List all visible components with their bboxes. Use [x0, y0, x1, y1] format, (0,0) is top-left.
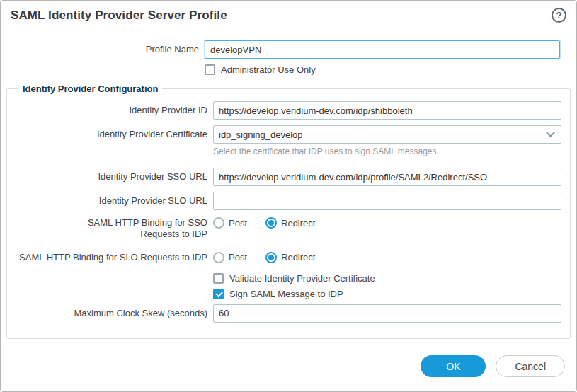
sso-binding-post-label: Post — [229, 218, 247, 229]
sso-binding-redirect-radio[interactable]: Redirect — [265, 217, 315, 229]
clock-skew-input[interactable] — [213, 304, 561, 323]
idp-sso-url-input[interactable] — [213, 168, 561, 186]
ok-button[interactable]: OK — [421, 355, 486, 377]
idp-configuration-legend: Identity Provider Configuration — [18, 83, 162, 94]
dialog-titlebar: SAML Identity Provider Server Profile ? — [1, 1, 576, 30]
idp-certificate-select[interactable]: idp_signing_develop — [213, 125, 561, 144]
idp-certificate-row: Identity Provider Certificate idp_signin… — [16, 125, 561, 144]
idp-id-row: Identity Provider ID — [16, 101, 561, 120]
slo-binding-post-radio[interactable]: Post — [213, 252, 247, 263]
admin-use-only-row: Administrator Use Only — [1, 64, 571, 75]
radio-icon[interactable] — [213, 217, 224, 229]
saml-idp-form: Profile Name Administrator Use Only Iden… — [1, 30, 576, 339]
validate-cert-checkbox[interactable]: Validate Identity Provider Certificate — [213, 273, 375, 284]
profile-name-row: Profile Name — [1, 40, 571, 59]
slo-binding-redirect-label: Redirect — [281, 252, 315, 263]
slo-binding-label: SAML HTTP Binding for SLO Requests to ID… — [16, 252, 213, 263]
validate-cert-label: Validate Identity Provider Certificate — [229, 273, 375, 284]
slo-binding-post-label: Post — [229, 252, 247, 263]
dialog-footer: OK Cancel — [421, 355, 565, 377]
idp-configuration-group: Identity Provider Configuration Identity… — [6, 83, 571, 339]
sso-binding-row: SAML HTTP Binding for SSO Requests to ID… — [16, 217, 561, 241]
idp-id-label: Identity Provider ID — [16, 105, 213, 116]
idp-certificate-value: idp_signing_develop — [219, 129, 303, 140]
admin-use-only-checkbox[interactable]: Administrator Use Only — [205, 64, 316, 75]
radio-icon[interactable] — [265, 252, 277, 263]
sign-saml-checkbox[interactable]: Sign SAML Message to IDP — [213, 289, 343, 299]
sso-binding-label: SAML HTTP Binding for SSO Requests to ID… — [16, 217, 213, 241]
checkbox-icon[interactable] — [205, 64, 215, 75]
slo-binding-row: SAML HTTP Binding for SLO Requests to ID… — [16, 252, 561, 263]
idp-certificate-helper-row: Select the certificate that IDP uses to … — [16, 146, 561, 156]
clock-skew-label: Maximum Clock Skew (seconds) — [16, 308, 213, 319]
idp-sso-url-label: Identity Provider SSO URL — [16, 171, 213, 183]
dialog-title: SAML Identity Provider Server Profile — [11, 8, 227, 23]
idp-certificate-helper-text: Select the certificate that IDP uses to … — [213, 146, 437, 156]
checkbox-icon[interactable] — [213, 289, 224, 299]
idp-slo-url-label: Identity Provider SLO URL — [16, 195, 213, 207]
sign-saml-label: Sign SAML Message to IDP — [229, 289, 343, 299]
sso-binding-post-radio[interactable]: Post — [213, 217, 247, 229]
admin-use-only-label: Administrator Use Only — [221, 64, 316, 75]
validate-cert-row: Validate Identity Provider Certificate — [16, 273, 561, 284]
checkbox-icon[interactable] — [213, 273, 224, 284]
sign-saml-row: Sign SAML Message to IDP — [16, 289, 561, 299]
idp-id-input[interactable] — [213, 101, 561, 120]
help-icon[interactable]: ? — [552, 8, 566, 23]
idp-certificate-label: Identity Provider Certificate — [16, 129, 213, 140]
radio-icon[interactable] — [265, 217, 277, 229]
idp-sso-url-row: Identity Provider SSO URL — [16, 168, 561, 186]
chevron-down-icon — [546, 128, 555, 137]
saml-idp-server-profile-dialog: SAML Identity Provider Server Profile ? … — [0, 0, 577, 392]
radio-icon[interactable] — [213, 252, 224, 263]
slo-binding-redirect-radio[interactable]: Redirect — [265, 252, 315, 263]
sso-binding-redirect-label: Redirect — [281, 218, 315, 229]
profile-name-input[interactable] — [205, 40, 560, 59]
idp-slo-url-input[interactable] — [213, 192, 561, 210]
clock-skew-row: Maximum Clock Skew (seconds) — [16, 304, 561, 323]
profile-name-label: Profile Name — [1, 44, 205, 55]
cancel-button[interactable]: Cancel — [496, 355, 565, 377]
idp-slo-url-row: Identity Provider SLO URL — [16, 192, 561, 210]
